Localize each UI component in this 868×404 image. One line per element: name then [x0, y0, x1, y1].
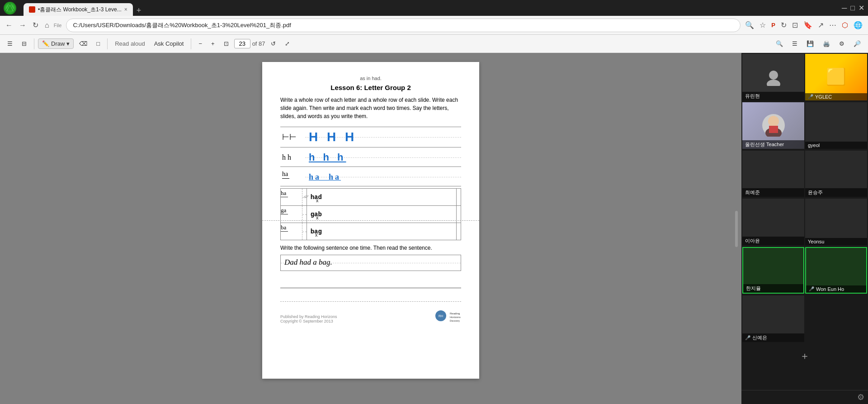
maximize-button[interactable]: □	[850, 4, 855, 12]
sinyeeun-name: 신예은	[752, 334, 767, 341]
search-address-icon[interactable]: 🔍	[743, 19, 756, 31]
minimize-button[interactable]: ─	[842, 4, 847, 12]
ha-label: ha	[280, 171, 305, 184]
toggle-sidebar-button[interactable]: ☰	[4, 38, 16, 49]
shapes-button[interactable]: □	[93, 38, 104, 49]
draw-tool-button[interactable]: ✏️ Draw ▾	[38, 38, 74, 49]
bag-word-cell: bag x	[307, 223, 457, 240]
video-row-5: 한지율 🎤 Won Eun Ho	[741, 246, 868, 295]
copyright-text: Copyright © September 2013	[280, 319, 337, 323]
iaeyoon-label: 이아윤	[742, 237, 804, 245]
bag-row: ba bag x	[281, 223, 461, 240]
fit-page-button[interactable]: ⤢	[281, 38, 293, 49]
sidebar-settings-icon[interactable]: ⚙	[857, 392, 864, 402]
tabs-bar: •홈클래스 Workbook_초1-3 Leve... × +	[20, 0, 838, 16]
teacher-avatar	[762, 114, 785, 137]
video-row-3: 최예준 윤승주	[741, 150, 868, 198]
ask-copilot-button[interactable]: Ask Copilot	[151, 38, 188, 49]
ba-blank-cell	[302, 223, 307, 240]
pdf-viewer[interactable]: as in had. Lesson 6: Letter Group 2 Writ…	[0, 53, 741, 404]
woneunho-name: Won Eun Ho	[816, 286, 844, 292]
svg-point-7	[769, 71, 778, 80]
sentence-text: Dad had a bag.	[284, 258, 332, 266]
add-participant-button[interactable]: ＋	[744, 346, 865, 366]
scroll-indicator[interactable]	[735, 211, 738, 247]
svg-rect-11	[769, 126, 778, 133]
split-view-icon[interactable]: ⊡	[790, 19, 800, 31]
edge-icon[interactable]: 🌐	[852, 19, 864, 31]
extension-icon[interactable]: ⬡	[840, 19, 850, 31]
partial-text: as in had.	[280, 76, 461, 81]
footer-left: Published by Reading Horizons Copyright …	[280, 314, 337, 323]
back-button[interactable]: ←	[4, 19, 14, 31]
active-tab[interactable]: •홈클래스 Workbook_초1-3 Leve... ×	[24, 3, 133, 16]
video-cell-gyeol: gyeol	[805, 102, 867, 149]
video-cell-sinyeeun: 🎤 신예은	[742, 295, 804, 342]
teacher-name: 올린선생 Teacher	[745, 141, 784, 148]
yunseungju-label: 윤승주	[805, 188, 867, 197]
address-input[interactable]	[66, 19, 741, 32]
ppt-icon[interactable]: P	[769, 20, 777, 30]
sidebar-bottom-bar: ⚙	[741, 390, 868, 404]
zoom-in-button[interactable]: +	[208, 38, 218, 49]
read-aloud-button[interactable]: Read aloud	[111, 38, 149, 49]
video-cell-yunseungju: 윤승주	[805, 151, 867, 197]
sinyeeun-label: 🎤 신예은	[742, 333, 804, 342]
capital-h-row: ⊢⊢ H H H	[280, 127, 461, 147]
pdf-footer: Published by Reading Horizons Copyright …	[280, 309, 461, 323]
video-cell-teacher: 올린선생 Teacher	[742, 102, 804, 149]
sinyeeun-mic-icon: 🎤	[745, 335, 750, 340]
tab-close-button[interactable]: ×	[124, 6, 127, 13]
choeyejun-name: 최예준	[745, 189, 760, 196]
annotation-button[interactable]: ⊟	[18, 38, 30, 49]
yglec-mic-icon: 🎤	[808, 94, 813, 99]
publisher-text: Published by Reading Horizons	[280, 314, 337, 319]
title-bar: •홈클래스 Workbook_초1-3 Leve... × + ─ □ ✕	[0, 0, 868, 16]
iaeyoon-name: 이아윤	[745, 238, 760, 244]
draw-label: Draw	[51, 40, 65, 47]
home-button[interactable]: ⌂	[43, 19, 51, 31]
page-number-input[interactable]	[234, 39, 250, 48]
save-button[interactable]: 💾	[803, 38, 817, 49]
yunseungju-name: 윤승주	[808, 189, 823, 196]
svg-text:Horizons: Horizons	[450, 316, 461, 318]
find-button[interactable]: 🔍	[772, 38, 787, 49]
lower-h-row: h h h h h	[280, 148, 461, 167]
pdf-page: as in had. Lesson 6: Letter Group 2 Writ…	[262, 62, 479, 379]
erase-button[interactable]: ⌫	[75, 38, 91, 49]
bookmark-icon[interactable]: 🔖	[802, 19, 814, 31]
hanjiyul-name: 한지율	[746, 285, 761, 292]
spongebob-emoji: 🟨	[826, 67, 846, 86]
star-icon[interactable]: ☆	[758, 19, 768, 31]
settings-tool-button[interactable]: ⚙	[835, 38, 848, 49]
main-area: as in had. Lesson 6: Letter Group 2 Writ…	[0, 53, 868, 404]
text-select-button[interactable]: ☰	[788, 38, 801, 49]
zoom-out-button[interactable]: −	[195, 38, 206, 49]
new-tab-button[interactable]: +	[133, 6, 145, 15]
refresh2-icon[interactable]: ↻	[779, 19, 788, 31]
yurinahyun-name: 유린현	[745, 93, 760, 100]
yeonsu-label: Yeonsu	[805, 238, 867, 245]
word-writing-table: ha ✏ had x	[280, 188, 461, 240]
lesson-description: Write a whole row of each letter and a w…	[280, 96, 461, 120]
svg-text:Reading: Reading	[450, 312, 460, 315]
more-icon[interactable]: ⋯	[827, 19, 838, 31]
refresh-button[interactable]: ↻	[31, 19, 40, 31]
rotate-button[interactable]: ↺	[267, 38, 279, 49]
yglec-label: 🎤 YGLEC	[805, 93, 867, 100]
forward-button[interactable]: →	[17, 19, 28, 31]
address-icons: 🔍 ☆ P ↻ ⊡ 🔖 ↗ ⋯ ⬡ 🌐	[743, 19, 864, 31]
blank-writing-line	[280, 276, 461, 288]
file-label: File	[54, 23, 64, 28]
hanjiyul-label: 한지율	[743, 284, 803, 293]
app-logo	[4, 2, 16, 14]
fit-button[interactable]: ⊡	[220, 38, 232, 49]
address-bar: ← → ↻ ⌂ File 🔍 ☆ P ↻ ⊡ 🔖 ↗ ⋯ ⬡ 🌐	[0, 16, 868, 35]
svg-point-9	[768, 116, 779, 127]
ha-word-label: ha	[281, 189, 302, 206]
print-button[interactable]: 🖨️	[819, 38, 834, 49]
search-pdf-button[interactable]: 🔎	[850, 38, 864, 49]
footer-logo: RH Reading Horizons Discovery	[434, 309, 461, 323]
share-icon[interactable]: ↗	[816, 19, 826, 31]
close-button[interactable]: ✕	[859, 4, 864, 12]
